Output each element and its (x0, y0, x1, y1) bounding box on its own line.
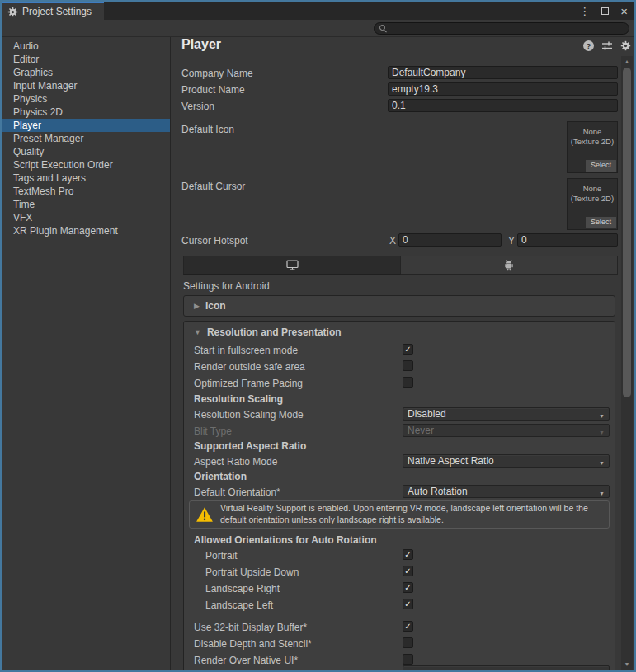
warning-icon (196, 506, 214, 523)
default-icon-label: Default Icon (181, 123, 234, 136)
android-icon (503, 259, 515, 271)
sidebar-item-physics-2d[interactable]: Physics 2D (2, 106, 170, 119)
dropdown-arrow-icon: ▼ (599, 458, 605, 468)
sidebar-item-script-execution-order[interactable]: Script Execution Order (2, 158, 170, 172)
sidebar-item-preset-manager[interactable]: Preset Manager (2, 132, 170, 145)
sidebar-item-time[interactable]: Time (2, 198, 170, 211)
default-cursor-label: Default Cursor (181, 180, 245, 193)
icon-section: ▶ Icon (183, 295, 615, 317)
sidebar-item-xr-plugin-management[interactable]: XR Plugin Management (2, 224, 170, 237)
default-icon-type: (Texture 2D) (568, 137, 617, 147)
company-name-field[interactable]: DefaultCompany (388, 66, 618, 79)
cursor-hotspot-label: Cursor Hotspot (181, 234, 248, 247)
supported-aspect-ratio-header: Supported Aspect Ratio (194, 439, 306, 453)
portrait-upside-down-label: Portrait Upside Down (205, 566, 299, 579)
preset-icon[interactable] (601, 40, 613, 51)
cursor-hotspot-y-field[interactable]: 0 (517, 233, 618, 247)
header-icons: ? (583, 40, 631, 51)
default-cursor-none: None (568, 184, 617, 194)
landscape-left-label: Landscape Left (205, 599, 273, 612)
tab-standalone-platform[interactable] (183, 256, 401, 275)
settings-gear-icon[interactable] (620, 40, 631, 51)
sidebar-item-tags-and-layers[interactable]: Tags and Layers (2, 172, 170, 185)
version-label: Version (181, 100, 214, 113)
resolution-section-header[interactable]: ▼ Resolution and Presentation (184, 325, 615, 340)
sidebar-item-input-manager[interactable]: Input Manager (2, 79, 170, 92)
allowed-orientations-header: Allowed Orientations for Auto Rotation (194, 533, 377, 547)
landscape-right-checkbox[interactable] (403, 582, 413, 593)
scroll-up-icon[interactable]: ▲ (621, 57, 633, 67)
default-icon-object-picker[interactable]: None (Texture 2D) Select (567, 121, 618, 173)
fullscreen-checkbox[interactable] (403, 344, 413, 355)
tab-android-platform[interactable] (401, 256, 618, 275)
sidebar-item-textmesh-pro[interactable]: TextMesh Pro (2, 185, 170, 198)
version-field[interactable]: 0.1 (388, 99, 618, 112)
dropdown-arrow-icon: ▼ (599, 488, 605, 498)
depth-stencil-checkbox[interactable] (403, 637, 413, 648)
cursor-hotspot-x-label: X (389, 234, 396, 247)
help-icon[interactable]: ? (583, 40, 594, 51)
clipped-next-control (403, 665, 610, 670)
icon-section-title: Icon (205, 300, 226, 312)
scrollbar-thumb[interactable] (623, 68, 631, 397)
monitor-icon (285, 259, 299, 271)
tab-project-settings[interactable]: Project Settings (2, 2, 104, 20)
landscape-left-checkbox[interactable] (403, 599, 413, 609)
landscape-right-label: Landscape Right (205, 582, 280, 595)
default-cursor-type: (Texture 2D) (568, 194, 617, 204)
safe-area-checkbox[interactable] (403, 360, 413, 371)
default-icon-none: None (568, 127, 617, 137)
native-ui-checkbox[interactable] (403, 654, 413, 665)
portrait-upside-down-checkbox[interactable] (403, 566, 413, 576)
default-orientation-dropdown[interactable]: Auto Rotation ▼ (403, 485, 610, 498)
chevron-down-icon: ▼ (194, 328, 201, 336)
resolution-section-title: Resolution and Presentation (207, 327, 342, 338)
settings-for-platform-label: Settings for Android (183, 280, 270, 293)
aspect-ratio-mode-dropdown[interactable]: Native Aspect Ratio ▼ (403, 454, 610, 468)
blit-type-label: Blit Type (194, 425, 232, 438)
search-icon (379, 25, 387, 32)
dropdown-arrow-icon: ▼ (599, 411, 605, 421)
sidebar-item-graphics[interactable]: Graphics (2, 66, 170, 79)
platform-tab-bar (183, 256, 618, 275)
vr-warning-box: Virtual Reality Support is enabled. Upon… (189, 500, 610, 529)
vr-warning-text: Virtual Reality Support is enabled. Upon… (220, 503, 602, 525)
maximize-icon[interactable] (601, 7, 609, 15)
vertical-scrollbar[interactable]: ▲ ▼ (621, 56, 633, 670)
dropdown-arrow-icon: ▼ (599, 427, 605, 437)
close-icon[interactable]: × (620, 5, 628, 17)
safe-area-label: Render outside safe area (194, 360, 305, 374)
search-input[interactable] (374, 22, 629, 35)
sidebar-item-audio[interactable]: Audio (2, 40, 170, 53)
window-controls: ⋮ × (579, 2, 628, 20)
display-buffer-label: Use 32-bit Display Buffer* (194, 621, 307, 634)
product-name-field[interactable]: empty19.3 (388, 82, 618, 96)
toolbar (2, 20, 634, 37)
product-name-label: Product Name (181, 83, 245, 96)
sidebar-item-quality[interactable]: Quality (2, 145, 170, 158)
kebab-menu-icon[interactable]: ⋮ (579, 6, 590, 16)
frame-pacing-label: Optimized Frame Pacing (194, 377, 303, 390)
page-title: Player (181, 37, 221, 52)
scroll-down-icon[interactable]: ▼ (621, 660, 633, 670)
scaling-mode-dropdown[interactable]: Disabled ▼ (403, 407, 610, 421)
fullscreen-label: Start in fullscreen mode (194, 344, 298, 357)
sidebar-item-player[interactable]: Player (2, 119, 170, 132)
aspect-ratio-mode-label: Aspect Ratio Mode (194, 455, 277, 468)
resolution-scaling-header: Resolution Scaling (194, 392, 283, 406)
display-buffer-checkbox[interactable] (403, 621, 413, 632)
default-icon-select-button[interactable]: Select (586, 160, 616, 172)
icon-section-header[interactable]: ▶ Icon (184, 296, 615, 316)
cursor-hotspot-y-label: Y (508, 234, 515, 247)
sidebar-item-vfx[interactable]: VFX (2, 211, 170, 224)
native-ui-label: Render Over Native UI* (194, 654, 298, 667)
portrait-checkbox[interactable] (403, 549, 413, 560)
project-settings-window: Project Settings ⋮ × Audio Editor Graphi… (0, 0, 636, 672)
default-cursor-object-picker[interactable]: None (Texture 2D) Select (567, 178, 618, 230)
settings-category-list: Audio Editor Graphics Input Manager Phys… (2, 37, 171, 670)
frame-pacing-checkbox[interactable] (403, 377, 413, 388)
sidebar-item-editor[interactable]: Editor (2, 53, 170, 66)
sidebar-item-physics[interactable]: Physics (2, 92, 170, 106)
default-cursor-select-button[interactable]: Select (586, 217, 616, 228)
cursor-hotspot-x-field[interactable]: 0 (398, 233, 502, 247)
